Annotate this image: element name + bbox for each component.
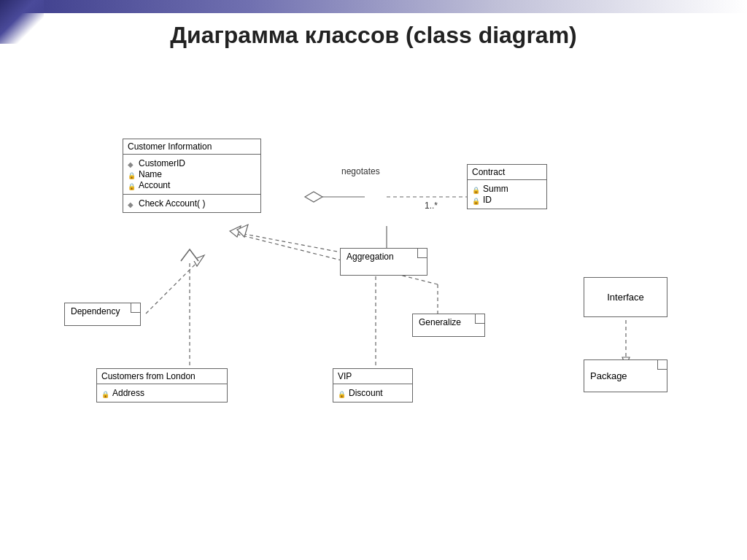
key-icon-method <box>128 199 136 208</box>
lock-icon-id <box>472 195 481 204</box>
dependency-note: Dependency <box>64 303 141 326</box>
lock-icon-name <box>128 170 136 179</box>
contract-fields: Summ ID <box>468 180 546 209</box>
vip-header: VIP <box>333 369 412 384</box>
contract-box: Contract Summ ID <box>467 164 547 209</box>
method-checkaccount: Check Account( ) <box>128 198 256 209</box>
lock-icon-account <box>128 181 136 190</box>
lock-icon-summ <box>472 184 481 193</box>
contract-header: Contract <box>468 165 546 180</box>
customers-from-london-box: Customers from London Address <box>96 368 228 402</box>
svg-line-8 <box>146 262 197 314</box>
svg-marker-7 <box>230 226 241 237</box>
aggregation-note: Aggregation <box>340 248 427 276</box>
package-note: Package <box>584 359 667 392</box>
field-customerid: CustomerID <box>128 158 256 168</box>
key-icon <box>128 159 136 168</box>
field-name: Name <box>128 169 256 179</box>
header-decoration <box>0 0 747 13</box>
customer-info-fields: CustomerID Name Account <box>123 155 260 194</box>
package-label: Package <box>590 370 627 381</box>
customers-from-london-fields: Address <box>97 384 227 402</box>
customers-from-london-header: Customers from London <box>97 369 227 384</box>
negotates-label: negotates <box>341 166 380 176</box>
lock-icon-discount <box>338 389 347 397</box>
field-account: Account <box>128 180 256 190</box>
multiplicity-label: 1..* <box>425 201 438 211</box>
field-address: Address <box>101 388 222 398</box>
field-discount: Discount <box>338 388 408 398</box>
lock-icon-address <box>101 389 110 397</box>
vip-box: VIP Discount <box>333 368 413 402</box>
svg-marker-0 <box>305 192 322 202</box>
interface-box: Interface <box>584 277 667 317</box>
svg-marker-9 <box>193 255 204 266</box>
aggregation-label: Aggregation <box>347 252 394 262</box>
customer-info-methods: Check Account( ) <box>123 194 260 212</box>
customer-info-header: Customer Information <box>123 139 260 155</box>
vip-fields: Discount <box>333 384 412 402</box>
page-title: Диаграмма классов (class diagram) <box>0 22 747 49</box>
generalize-note: Generalize <box>412 314 485 337</box>
svg-marker-12 <box>237 225 248 237</box>
field-summ: Summ <box>472 184 542 194</box>
corner-decoration <box>0 0 44 44</box>
dependency-label: Dependency <box>71 306 120 316</box>
customer-information-box: Customer Information CustomerID Name Acc… <box>123 139 261 213</box>
field-id: ID <box>472 195 542 205</box>
interface-label: Interface <box>607 292 644 303</box>
generalize-label: Generalize <box>419 317 461 327</box>
